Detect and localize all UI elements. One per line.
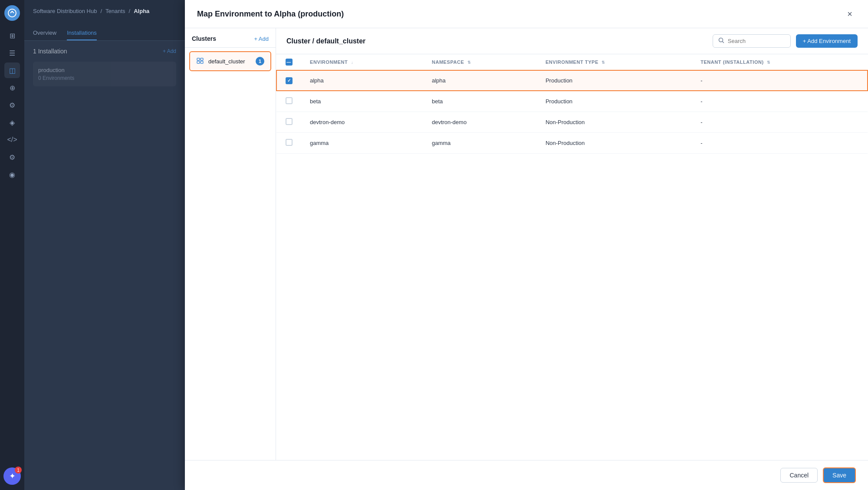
sidebar-icon-apps[interactable]: ◫ [4, 62, 20, 78]
sidebar-bottom: ✦ 1 [3, 467, 21, 485]
select-all-checkbox[interactable] [286, 59, 293, 66]
modal-title: Map Environment to Alpha (production) [197, 10, 344, 19]
row-env-type-alpha: Production [537, 70, 692, 91]
cluster-count-badge: 1 [256, 57, 264, 66]
cancel-button[interactable]: Cancel [780, 468, 818, 483]
clusters-title: Clusters [192, 35, 216, 42]
col-header-environment: ENVIRONMENT ↓ [301, 54, 423, 70]
sidebar-icon-grid[interactable]: ⊞ [4, 28, 20, 43]
row-environment-beta: beta [301, 91, 423, 112]
row-namespace-gamma: gamma [423, 132, 537, 153]
env-type-sort-icon[interactable]: ⇅ [602, 61, 605, 65]
svg-rect-1 [197, 58, 200, 60]
left-panel-bg: 1 Installation + Add production 0 Enviro… [24, 41, 185, 93]
env-data-table: ENVIRONMENT ↓ NAMESPACE ⇅ ENVIRONMENT TY… [276, 54, 868, 154]
environment-sort-icon[interactable]: ↓ [351, 61, 353, 65]
col-header-env-type: ENVIRONMENT TYPE ⇅ [537, 54, 692, 70]
row-checkbox-cell [276, 70, 301, 91]
discord-badge-count: 1 [15, 467, 22, 474]
add-cluster-button[interactable]: + Add [254, 36, 269, 42]
cluster-item-default[interactable]: default_cluster 1 [189, 51, 271, 71]
sidebar-icon-shield[interactable]: ◈ [4, 115, 20, 130]
namespace-sort-icon[interactable]: ⇅ [467, 61, 471, 65]
table-row[interactable]: gamma gamma Non-Production - [276, 132, 868, 153]
row-checkbox-alpha[interactable] [286, 77, 293, 84]
row-tenant-gamma: - [692, 132, 868, 153]
row-env-type-beta: Production [537, 91, 692, 112]
row-tenant-beta: - [692, 91, 868, 112]
env-panel-header: Cluster / default_cluster + Add Environm… [276, 28, 868, 54]
row-checkbox-devtron[interactable] [286, 118, 293, 125]
clusters-panel: Clusters + Add default_cluster 1 [185, 28, 276, 460]
map-environment-modal: Map Environment to Alpha (production) × … [185, 0, 868, 490]
breadcrumb-alpha: Alpha [134, 8, 149, 14]
svg-rect-4 [201, 61, 203, 63]
sidebar-icon-settings2[interactable]: ⚙ [4, 149, 20, 165]
row-environment-gamma: gamma [301, 132, 423, 153]
row-checkbox-cell [276, 91, 301, 112]
cluster-icon [196, 56, 204, 66]
row-tenant-alpha: - [692, 70, 868, 91]
environments-panel: Cluster / default_cluster + Add Environm… [276, 28, 868, 460]
breadcrumb-sep2: / [129, 8, 131, 14]
table-body: alpha alpha Production - beta beta [276, 70, 868, 153]
cluster-name: default_cluster [208, 58, 251, 65]
production-env-count: 0 Environments [38, 75, 171, 81]
col-env-type-label: ENVIRONMENT TYPE [546, 59, 598, 65]
search-input[interactable] [728, 38, 801, 44]
sidebar-icon-circle[interactable]: ◉ [4, 167, 20, 182]
save-button[interactable]: Save [823, 467, 856, 483]
row-namespace-alpha: alpha [423, 70, 537, 91]
sidebar-icon-list[interactable]: ☰ [4, 45, 20, 61]
row-checkbox-cell [276, 132, 301, 153]
app-logo[interactable] [4, 5, 20, 21]
row-environment-alpha: alpha [301, 70, 423, 91]
search-icon [718, 37, 724, 45]
row-checkbox-beta[interactable] [286, 97, 293, 104]
svg-rect-2 [201, 58, 203, 60]
row-environment-devtron: devtron-demo [301, 112, 423, 132]
col-header-namespace: NAMESPACE ⇅ [423, 54, 537, 70]
table-row[interactable]: devtron-demo devtron-demo Non-Production… [276, 112, 868, 132]
sidebar: ⊞ ☰ ◫ ⊕ ⚙ ◈ </> ⚙ ◉ ✦ 1 [0, 0, 24, 490]
row-checkbox-gamma[interactable] [286, 139, 293, 146]
clusters-header: Clusters + Add [185, 35, 276, 48]
svg-rect-3 [197, 61, 200, 63]
modal-close-button[interactable]: × [844, 8, 856, 20]
modal-header: Map Environment to Alpha (production) × [185, 0, 868, 28]
breadcrumb-sep1: / [100, 8, 102, 14]
row-env-type-devtron: Non-Production [537, 112, 692, 132]
environments-table: ENVIRONMENT ↓ NAMESPACE ⇅ ENVIRONMENT TY… [276, 54, 868, 460]
production-item: production 0 Environments [33, 62, 176, 86]
col-environment-label: ENVIRONMENT [310, 59, 348, 65]
col-header-checkbox [276, 54, 301, 70]
sidebar-icon-code[interactable]: </> [4, 132, 20, 148]
search-box[interactable] [713, 34, 791, 48]
tab-overview[interactable]: Overview [33, 30, 56, 40]
sidebar-icon-globe[interactable]: ⊕ [4, 80, 20, 95]
modal-footer: Cancel Save [185, 460, 868, 490]
env-panel-actions: + Add Environment [713, 34, 858, 48]
tenant-sort-icon[interactable]: ⇅ [767, 61, 771, 65]
breadcrumb-hub: Software Distribution Hub [33, 8, 97, 14]
add-installation-link[interactable]: + Add [163, 48, 176, 54]
row-namespace-beta: beta [423, 91, 537, 112]
tab-installations[interactable]: Installations [67, 30, 97, 40]
col-namespace-label: NAMESPACE [432, 59, 464, 65]
left-panel-header: 1 Installation + Add [33, 48, 176, 55]
breadcrumb-tenants: Tenants [105, 8, 125, 14]
add-environment-button[interactable]: + Add Environment [796, 34, 858, 48]
table-header: ENVIRONMENT ↓ NAMESPACE ⇅ ENVIRONMENT TY… [276, 54, 868, 70]
table-row[interactable]: beta beta Production - [276, 91, 868, 112]
discord-button[interactable]: ✦ 1 [3, 467, 21, 485]
table-row[interactable]: alpha alpha Production - [276, 70, 868, 91]
env-panel-title: Cluster / default_cluster [286, 37, 365, 45]
production-name: production [38, 67, 171, 73]
installations-count: 1 Installation [33, 48, 67, 55]
col-tenant-label: TENANT (INSTALLATION) [700, 59, 764, 65]
modal-body: Clusters + Add default_cluster 1 [185, 28, 868, 460]
svg-point-0 [8, 9, 16, 17]
col-header-tenant: TENANT (INSTALLATION) ⇅ [692, 54, 868, 70]
sidebar-icon-settings1[interactable]: ⚙ [4, 97, 20, 113]
row-tenant-devtron: - [692, 112, 868, 132]
